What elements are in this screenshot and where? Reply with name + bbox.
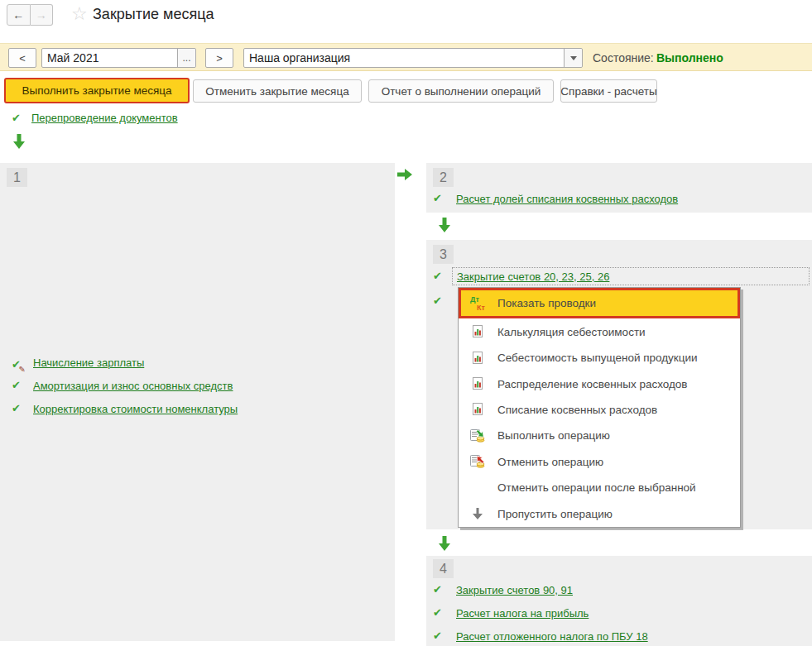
- forward-button[interactable]: →: [31, 4, 54, 26]
- menu-item-cancel-operation[interactable]: Отменить операцию: [459, 449, 740, 475]
- focused-operation-row[interactable]: Закрытие счетов 20, 23, 25, 26: [452, 267, 810, 285]
- menu-item-output-cost[interactable]: Себестоимость выпущеной продукции: [459, 345, 740, 371]
- accounts-closing-90-91-link[interactable]: Закрытие счетов 90, 91: [456, 584, 573, 596]
- chevron-down-icon: [570, 56, 577, 60]
- income-tax-link[interactable]: Расчет налога на прибыль: [456, 607, 589, 620]
- previous-period-button[interactable]: <: [8, 48, 36, 68]
- report-icon: [469, 376, 486, 391]
- check-icon: ✔: [433, 295, 442, 307]
- check-icon: ✔: [433, 607, 442, 619]
- forward-arrow-icon: →: [36, 8, 47, 22]
- reposting-documents-link[interactable]: Перепроведение документов: [31, 112, 178, 124]
- perform-closing-button[interactable]: Выполнить закрытие месяца: [4, 78, 190, 103]
- depreciation-link[interactable]: Амортизация и износ основных средств: [33, 380, 233, 392]
- item-cost-adjustment-link[interactable]: Корректировка стоимости номенклатуры: [33, 403, 238, 415]
- flow-right-arrow-icon: [397, 169, 412, 180]
- flow-down-arrow-icon: [13, 134, 25, 149]
- menu-item-show-postings[interactable]: ДтКт Показать проводки: [459, 288, 740, 318]
- period-toolbar: < Май 2021 ... > Наша организация Состоя…: [0, 43, 812, 71]
- section-1-number: 1: [7, 168, 27, 187]
- check-icon: ✔: [433, 270, 442, 282]
- operations-report-button[interactable]: Отчет о выполнении операций: [368, 79, 554, 103]
- salary-accrual-link[interactable]: Начисление зарплаты: [33, 356, 144, 369]
- check-icon: ✔: [433, 630, 442, 642]
- accounts-closing-20-link[interactable]: Закрытие счетов 20, 23, 25, 26: [457, 270, 609, 283]
- next-period-button[interactable]: >: [205, 48, 233, 68]
- flow-down-arrow-icon: [439, 536, 450, 551]
- menu-item-perform-operation[interactable]: Выполнить операцию: [459, 423, 740, 448]
- dt-kt-postings-icon: ДтКт: [469, 296, 486, 311]
- period-value: Май 2021: [42, 49, 177, 67]
- pencil-icon: ✎: [19, 365, 26, 374]
- check-icon: ✔: [433, 584, 442, 596]
- organization-combo[interactable]: Наша организация: [243, 48, 583, 68]
- period-picker-button[interactable]: ...: [177, 49, 195, 67]
- menu-item-cancel-following[interactable]: Отменить операции после выбранной: [459, 475, 740, 500]
- section-4-number: 4: [433, 559, 454, 578]
- no-icon: [469, 481, 486, 495]
- period-field[interactable]: Май 2021 ...: [41, 48, 196, 68]
- section-1-panel: 1 ✔✎ Начисление зарплаты ✔ Амортизация и…: [0, 163, 395, 641]
- status-label: Состояние:: [593, 44, 654, 72]
- status-badge: Выполнено: [656, 44, 723, 72]
- section-2-number: 2: [433, 168, 454, 187]
- skip-operation-icon: [469, 506, 486, 521]
- perform-operation-icon: [469, 428, 486, 443]
- cancel-closing-button[interactable]: Отменить закрытие месяца: [193, 79, 362, 103]
- organization-dropdown-button[interactable]: [564, 49, 582, 67]
- check-icon: ✔: [12, 380, 21, 391]
- menu-item-skip-operation[interactable]: Пропустить операцию: [459, 501, 740, 527]
- organization-value: Наша организация: [244, 49, 564, 67]
- report-icon: [469, 402, 486, 417]
- back-button[interactable]: ←: [7, 4, 31, 26]
- section-4-panel: 4 ✔ Закрытие счетов 90, 91 ✔ Расчет нало…: [426, 556, 812, 646]
- menu-item-indirect-distribution[interactable]: Распределение косвенных расходов: [459, 371, 740, 396]
- check-icon: ✔: [12, 403, 21, 414]
- check-icon: ✔: [433, 193, 442, 204]
- check-edited-icon: ✔✎: [12, 356, 21, 371]
- menu-item-indirect-writeoff[interactable]: Списание косвенных расходов: [459, 397, 740, 423]
- context-menu: ДтКт Показать проводки Калькуляция себес…: [458, 287, 741, 528]
- actions-row: Выполнить закрытие месяца Отменить закры…: [0, 78, 812, 104]
- check-icon: ✔: [12, 112, 21, 124]
- deferred-tax-link[interactable]: Расчет отложенного налога по ПБУ 18: [456, 630, 648, 643]
- month-closing-window: { "window": { "title": "Закрытие месяца"…: [0, 0, 812, 646]
- page-title: Закрытие месяца: [93, 6, 214, 23]
- history-nav-group: ← →: [7, 4, 53, 26]
- cancel-operation-icon: [469, 454, 486, 469]
- report-icon: [469, 351, 486, 366]
- back-arrow-icon: ←: [12, 8, 24, 22]
- favorite-star-icon[interactable]: ☆: [71, 3, 88, 25]
- indirect-costs-share-link[interactable]: Расчет долей списания косвенных расходов: [456, 193, 678, 205]
- section-3-number: 3: [433, 245, 454, 264]
- calculations-reference-button[interactable]: Справки - расчеты: [560, 79, 657, 103]
- flow-down-arrow-icon: [439, 218, 450, 232]
- menu-item-cost-calculation[interactable]: Калькуляция себестоимости: [459, 318, 740, 344]
- report-icon: [469, 324, 486, 339]
- section-2-panel: 2 ✔ Расчет долей списания косвенных расх…: [426, 163, 812, 213]
